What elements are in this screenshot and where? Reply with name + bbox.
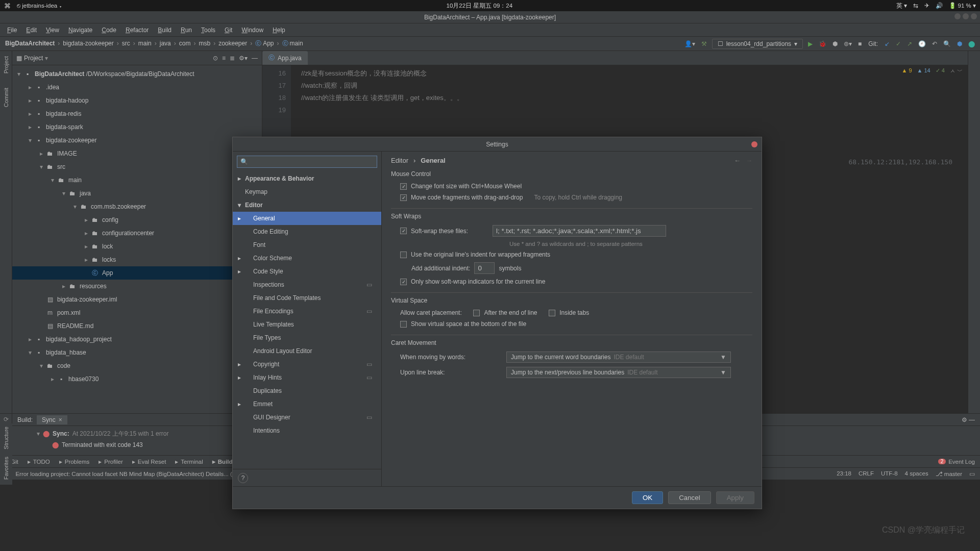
close-button[interactable]: [971, 13, 977, 19]
settings-cat-keymap[interactable]: Keymap: [233, 185, 381, 198]
combo-words[interactable]: Jump to the current word boundariesIDE d…: [506, 352, 731, 363]
tree-node[interactable]: mpom.xml: [12, 306, 262, 319]
collapse-all-icon[interactable]: ≣: [230, 55, 235, 62]
settings-cat-android-layout-editor[interactable]: Android Layout Editor: [233, 344, 381, 358]
git-commit-icon[interactable]: ✓: [895, 39, 902, 48]
menu-edit[interactable]: Edit: [22, 25, 41, 35]
file-encoding[interactable]: UTF-8: [881, 470, 898, 478]
git-push-icon[interactable]: ↗: [906, 39, 913, 48]
debug-icon[interactable]: 🐞: [818, 39, 827, 48]
build-settings-icon[interactable]: ⚙ —: [962, 416, 975, 423]
user-icon[interactable]: 👤▾: [683, 39, 696, 48]
crumb-main[interactable]: main: [137, 40, 153, 47]
chk-inside-tabs[interactable]: [549, 310, 555, 316]
commit-tool-button[interactable]: Commit: [3, 86, 9, 109]
tool-terminal[interactable]: ▸ Terminal: [175, 458, 203, 465]
tree-node[interactable]: ▸▪bigdata_hadoop_project: [12, 333, 262, 346]
tree-node[interactable]: ▸▪bigdata-redis: [12, 107, 262, 120]
favorites-tool-button[interactable]: Favorites: [3, 457, 9, 480]
menu-run[interactable]: Run: [177, 25, 196, 35]
plugin-icon[interactable]: ⬤: [967, 39, 976, 48]
git-history-icon[interactable]: 🕘: [917, 39, 927, 48]
crumb-bigdata-zookeeper[interactable]: bigdata-zookeeper: [62, 40, 114, 47]
tree-node[interactable]: ▾🖿java: [12, 187, 262, 200]
chk-show-virtual[interactable]: [400, 321, 407, 328]
indent-info[interactable]: 4 spaces: [905, 470, 928, 478]
git-rollback-icon[interactable]: ↶: [931, 39, 938, 48]
battery-icon[interactable]: 🔋 91 % ▾: [949, 2, 976, 9]
tree-node[interactable]: ▸🖿lock: [12, 240, 262, 253]
ide-settings-icon[interactable]: ⬢: [956, 39, 963, 48]
settings-gear-icon[interactable]: ⚙▾: [239, 55, 248, 62]
settings-cat-file-and-code-templates[interactable]: File and Code Templates: [233, 291, 381, 305]
search-icon[interactable]: 🔍: [942, 39, 952, 48]
chk-softwrap[interactable]: [400, 228, 407, 234]
bc-editor[interactable]: Editor: [391, 157, 408, 164]
chk-orig-indent[interactable]: [400, 252, 407, 258]
settings-search-input[interactable]: 🔍: [237, 156, 377, 168]
tree-node[interactable]: ▤bigdata-zookeeper.iml: [12, 293, 262, 306]
menu-git[interactable]: Git: [220, 25, 236, 35]
tree-node[interactable]: ▸▪bigdata-spark: [12, 120, 262, 134]
select-opened-icon[interactable]: ⊙: [213, 55, 218, 62]
menu-help[interactable]: Help: [268, 25, 289, 35]
git-update-icon[interactable]: ↙: [884, 39, 891, 48]
tool-profiler[interactable]: ▸ Profiler: [99, 458, 122, 465]
app-menu[interactable]: ⎋ jetbrains-idea ▾: [17, 3, 62, 9]
hide-icon[interactable]: —: [252, 55, 258, 62]
settings-cat-font[interactable]: Font: [233, 238, 381, 252]
crumb-app[interactable]: ⓒApp: [254, 40, 275, 47]
chk-drag-drop[interactable]: [400, 194, 407, 201]
crumb-bigdataarchitect[interactable]: BigDataArchitect: [4, 40, 56, 47]
combo-break[interactable]: Jump to the next/previous line boundarie…: [506, 367, 731, 378]
menu-window[interactable]: Window: [237, 25, 267, 35]
tree-node[interactable]: ▾🖿com.msb.zookeeper: [12, 200, 262, 213]
tree-node[interactable]: ▾🖿code: [12, 359, 262, 372]
profile-icon[interactable]: ⊚▾: [843, 39, 853, 48]
tool-todo[interactable]: ▸ TODO: [28, 458, 50, 465]
build-hammer-icon[interactable]: ⚒: [700, 39, 708, 48]
tool-build[interactable]: ▸ Build: [212, 458, 233, 465]
settings-cat-editor[interactable]: ▾Editor: [233, 198, 381, 212]
apply-button[interactable]: Apply: [716, 491, 754, 504]
tool-problems[interactable]: ▸ Problems: [59, 458, 90, 465]
tree-node[interactable]: ▾▪bigdata_hbase: [12, 346, 262, 359]
help-button[interactable]: ?: [238, 473, 248, 483]
rerun-icon[interactable]: ⟳: [4, 416, 9, 423]
stop-icon[interactable]: ■: [857, 39, 863, 48]
tree-node[interactable]: ▸🖿config: [12, 213, 262, 227]
menu-file[interactable]: File: [3, 25, 21, 35]
project-tool-button[interactable]: Project: [3, 54, 9, 76]
git-branch[interactable]: ⎇ master: [936, 470, 962, 478]
settings-cat-appearance-&-behavior[interactable]: ▸Appearance & Behavior: [233, 172, 381, 185]
menu-build[interactable]: Build: [154, 25, 176, 35]
crumb-main[interactable]: ⓒmain: [281, 40, 304, 47]
apple-icon[interactable]: ⌘: [4, 2, 11, 10]
sync-icon[interactable]: ⇆: [913, 2, 918, 9]
add-indent-input[interactable]: [474, 262, 495, 274]
crumb-src[interactable]: src: [121, 40, 131, 47]
memory-indicator[interactable]: ▭: [969, 470, 975, 478]
menu-view[interactable]: View: [42, 25, 63, 35]
structure-tool-button[interactable]: Structure: [3, 427, 9, 449]
close-icon[interactable]: [751, 141, 757, 147]
chk-only-current[interactable]: [400, 279, 407, 285]
settings-cat-inlay-hints[interactable]: ▸Inlay Hints▭: [233, 371, 381, 384]
tree-node[interactable]: ▸▪bigdata-hadoop: [12, 94, 262, 107]
crumb-msb[interactable]: msb: [198, 40, 211, 47]
ok-button[interactable]: OK: [632, 491, 663, 504]
tree-node[interactable]: ▤README.md: [12, 319, 262, 333]
tree-node[interactable]: ▸🖿resources: [12, 280, 262, 293]
crumb-zookeeper[interactable]: zookeeper: [217, 40, 248, 47]
crumb-com[interactable]: com: [178, 40, 192, 47]
tree-root[interactable]: ▾▪ BigDataArchitect /D/Workspace/Bigdata…: [12, 67, 262, 81]
tree-node[interactable]: ▾🖿main: [12, 173, 262, 187]
tree-node[interactable]: ▾▪bigdata-zookeeper: [12, 134, 262, 147]
tree-node[interactable]: ⓒApp: [12, 266, 262, 280]
tool-eval reset[interactable]: ▸ Eval Reset: [132, 458, 166, 465]
coverage-icon[interactable]: ⬢: [831, 39, 839, 48]
editor-tab[interactable]: ⓒApp.java: [262, 51, 308, 65]
settings-cat-file-types[interactable]: File Types: [233, 331, 381, 344]
tree-node[interactable]: ▸🖿IMAGE: [12, 147, 262, 160]
settings-cat-inspections[interactable]: Inspections▭: [233, 278, 381, 291]
